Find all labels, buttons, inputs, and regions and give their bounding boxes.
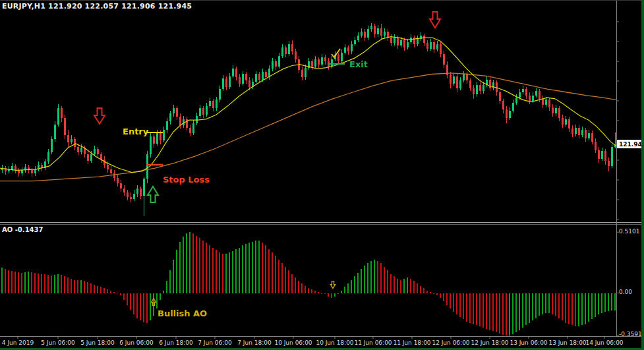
candle-body[interactable] xyxy=(140,189,142,196)
ao-bar[interactable] xyxy=(545,293,546,314)
candle-body[interactable] xyxy=(54,125,56,140)
candle-body[interactable] xyxy=(515,98,517,103)
candle-body[interactable] xyxy=(136,189,138,194)
ao-bar[interactable] xyxy=(150,293,151,321)
ao-bar[interactable] xyxy=(113,292,115,293)
candle-body[interactable] xyxy=(565,119,567,125)
ao-bar[interactable] xyxy=(367,263,368,293)
arrow-down-icon[interactable] xyxy=(430,12,440,28)
ao-bar[interactable] xyxy=(548,293,550,314)
ao-bar[interactable] xyxy=(453,293,454,312)
candle-body[interactable] xyxy=(202,108,204,115)
candle-body[interactable] xyxy=(585,130,587,138)
ao-bar[interactable] xyxy=(308,288,309,293)
candle-body[interactable] xyxy=(225,78,227,87)
candle-body[interactable] xyxy=(262,72,264,79)
candle-body[interactable] xyxy=(127,192,129,196)
candle-body[interactable] xyxy=(18,170,20,173)
ao-bar[interactable] xyxy=(341,291,342,293)
candle-body[interactable] xyxy=(229,76,231,87)
ao-bar[interactable] xyxy=(169,270,171,293)
ao-bar[interactable] xyxy=(1,268,3,293)
ao-bar[interactable] xyxy=(143,293,144,322)
ao-bar[interactable] xyxy=(436,293,438,296)
candle-body[interactable] xyxy=(611,147,613,166)
panel-separator-top[interactable] xyxy=(0,222,644,223)
ao-bar[interactable] xyxy=(450,293,451,309)
candle-body[interactable] xyxy=(450,75,452,84)
candle-body[interactable] xyxy=(608,161,610,166)
candle-body[interactable] xyxy=(281,47,283,56)
ao-bar[interactable] xyxy=(433,293,434,294)
ao-bar[interactable] xyxy=(239,248,240,293)
candle-body[interactable] xyxy=(311,61,313,67)
candle-body[interactable] xyxy=(581,130,583,135)
candle-body[interactable] xyxy=(575,128,577,134)
candle-body[interactable] xyxy=(351,44,353,51)
candle-body[interactable] xyxy=(568,119,570,129)
ao-bar[interactable] xyxy=(374,260,375,293)
ao-bar[interactable] xyxy=(318,292,319,293)
candle-body[interactable] xyxy=(578,128,580,135)
candle-body[interactable] xyxy=(456,76,458,88)
ao-bar[interactable] xyxy=(469,293,471,323)
candle-body[interactable] xyxy=(374,26,376,34)
candle-body[interactable] xyxy=(47,152,49,162)
candle-body[interactable] xyxy=(387,32,389,38)
ao-bar[interactable] xyxy=(324,293,326,295)
candle-body[interactable] xyxy=(519,92,521,98)
ao-bar[interactable] xyxy=(127,293,128,305)
ao-bar[interactable] xyxy=(397,279,398,293)
ao-bar[interactable] xyxy=(275,256,276,293)
candle-body[interactable] xyxy=(94,149,96,154)
arrow-up-icon[interactable] xyxy=(148,187,158,202)
ao-bar[interactable] xyxy=(588,293,589,322)
ao-bar[interactable] xyxy=(403,279,405,293)
candle-body[interactable] xyxy=(288,44,290,54)
ao-bar[interactable] xyxy=(173,260,174,293)
candle-body[interactable] xyxy=(166,121,168,130)
ao-bar[interactable] xyxy=(130,293,131,310)
ao-bar[interactable] xyxy=(384,267,385,293)
ao-bar[interactable] xyxy=(466,293,467,322)
ao-bar[interactable] xyxy=(123,293,125,301)
ao-bar[interactable] xyxy=(5,269,6,293)
candle-body[interactable] xyxy=(153,136,155,144)
candle-body[interactable] xyxy=(255,74,257,81)
candle-body[interactable] xyxy=(331,59,333,67)
ao-bar[interactable] xyxy=(18,272,19,293)
ao-bar[interactable] xyxy=(476,293,477,326)
ao-bar[interactable] xyxy=(74,280,75,293)
ao-bar[interactable] xyxy=(611,293,612,310)
candle-body[interactable] xyxy=(430,42,432,49)
candle-body[interactable] xyxy=(459,80,461,88)
ao-bar[interactable] xyxy=(483,293,484,328)
ao-bar[interactable] xyxy=(206,243,207,293)
candle-body[interactable] xyxy=(212,101,214,108)
candle-body[interactable] xyxy=(272,61,274,69)
ao-bar[interactable] xyxy=(390,274,392,293)
candle-body[interactable] xyxy=(120,183,122,189)
candle-body[interactable] xyxy=(469,80,471,88)
ao-bar[interactable] xyxy=(133,293,134,315)
candle-body[interactable] xyxy=(209,101,211,106)
ao-bar[interactable] xyxy=(265,245,266,293)
candle-body[interactable] xyxy=(525,89,527,96)
ao-bar[interactable] xyxy=(278,260,279,293)
ao-bar[interactable] xyxy=(489,293,490,330)
ao-bar[interactable] xyxy=(8,270,9,293)
ao-bar[interactable] xyxy=(370,261,372,293)
candle-body[interactable] xyxy=(466,74,468,80)
ao-bar[interactable] xyxy=(420,286,421,293)
ao-bar[interactable] xyxy=(608,293,609,311)
candle-body[interactable] xyxy=(239,77,241,84)
candle-body[interactable] xyxy=(509,111,511,118)
candle-body[interactable] xyxy=(160,133,161,140)
candle-body[interactable] xyxy=(542,99,544,105)
candle-body[interactable] xyxy=(436,44,438,49)
price-axis[interactable]: 123.090122.905122.720122.535122.350122.1… xyxy=(616,0,644,222)
exit-label[interactable]: Exit xyxy=(349,59,368,69)
candle-body[interactable] xyxy=(163,130,165,140)
candle-body[interactable] xyxy=(249,80,250,87)
candle-body[interactable] xyxy=(390,38,392,43)
